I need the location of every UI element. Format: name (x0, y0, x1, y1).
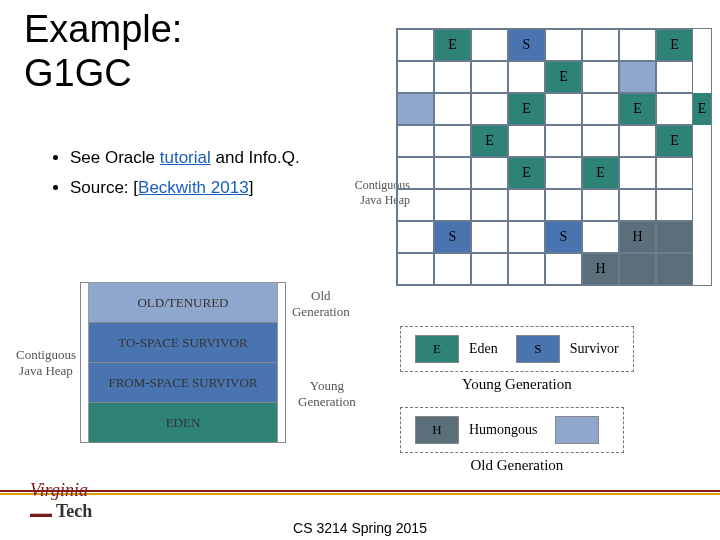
legend-old-gen: Old Generation (400, 457, 634, 474)
footer-divider-maroon (0, 490, 720, 492)
bullet-list: See Oracle tutorial and Info.Q. Source: … (30, 145, 300, 204)
band-to: TO-SPACE SURVIVOR (89, 323, 277, 363)
footer-divider-gold (0, 493, 720, 495)
band-eden: EDEN (89, 403, 277, 443)
g1-legend: EEden SSurvivor Young Generation HHumong… (400, 320, 634, 474)
slide-footer: CS 3214 Spring 2015 (0, 520, 720, 536)
source-link[interactable]: Beckwith 2013 (138, 178, 249, 197)
g1-heap-grid: ESE E EEE EE EE SSH H (396, 28, 712, 286)
legend-humongous-swatch: H (415, 416, 459, 444)
slide-title: Example: G1GC (24, 8, 182, 95)
tutorial-link[interactable]: tutorial (160, 148, 211, 167)
legend-survivor-swatch: S (516, 335, 560, 363)
legend-old-swatch (555, 416, 599, 444)
virginia-tech-logo: Virginia ▬▬ Tech (30, 480, 92, 522)
band-old: OLD/TENURED (89, 283, 277, 323)
legend-young-gen: Young Generation (400, 376, 634, 393)
bullet-1: See Oracle tutorial and Info.Q. (70, 145, 300, 171)
legend-eden-swatch: E (415, 335, 459, 363)
contiguous-heap-diagram: ContiguousJava Heap OLD/TENURED TO-SPACE… (16, 282, 391, 443)
band-from: FROM-SPACE SURVIVOR (89, 363, 277, 403)
bullet-2: Source: [Beckwith 2013] (70, 175, 300, 201)
